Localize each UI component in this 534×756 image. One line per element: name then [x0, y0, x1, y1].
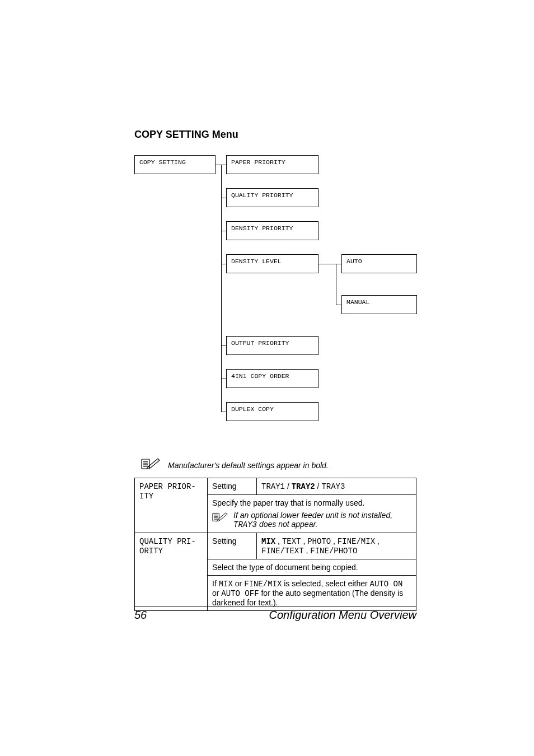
footer-title: Configuration Menu Overview — [269, 609, 416, 622]
tree-node: DENSITY PRIORITY — [226, 221, 318, 240]
setting-desc-cell: Specify the paper tray that is normally … — [208, 495, 416, 533]
default-note-text: Manufacturer's default settings appear i… — [168, 461, 329, 470]
connector — [216, 165, 221, 165]
setting-desc-cell: Select the type of document being copied… — [208, 559, 416, 576]
tree-node: QUALITY PRIORITY — [226, 188, 318, 207]
setting-label-cell: Setting — [208, 533, 257, 559]
setting-label-cell: Setting — [208, 478, 257, 495]
setting-name-cell: QUALITY PRI- ORITY — [135, 533, 208, 611]
tree-node: DUPLEX COPY — [226, 402, 318, 421]
setting-name-cell: PAPER PRIOR- ITY — [135, 478, 208, 533]
connector — [221, 165, 222, 412]
table-row: PAPER PRIOR- ITY Setting TRAY1 / TRAY2 /… — [135, 478, 416, 495]
svg-rect-6 — [213, 513, 219, 521]
connector — [336, 264, 341, 264]
tree-root: COPY SETTING — [134, 155, 216, 174]
connector — [221, 231, 226, 231]
default-note: Manufacturer's default settings appear i… — [141, 458, 416, 470]
tree-node: OUTPUT PRIORITY — [226, 336, 318, 355]
connector — [221, 264, 226, 264]
setting-value-cell: MIX , TEXT , PHOTO , FINE/MIX , FINE/TEX… — [257, 533, 416, 559]
svg-rect-0 — [142, 459, 149, 469]
tree-node: DENSITY LEVEL — [226, 254, 318, 273]
connector — [336, 264, 336, 305]
connector — [221, 346, 226, 346]
connector — [221, 198, 226, 198]
tree-node: MANUAL — [341, 295, 417, 314]
page-footer: 56 Configuration Menu Overview — [134, 606, 416, 622]
connector — [221, 412, 226, 412]
table-row: QUALITY PRI- ORITY Setting MIX , TEXT , … — [135, 533, 416, 559]
connector — [318, 264, 336, 264]
settings-table: PAPER PRIOR- ITY Setting TRAY1 / TRAY2 /… — [134, 478, 416, 611]
tree-node: AUTO — [341, 254, 417, 273]
tree-node: 4IN1 COPY ORDER — [226, 369, 318, 388]
note-icon — [141, 458, 160, 470]
menu-tree-diagram: COPY SETTING PAPER PRIORITY QUALITY PRIO… — [134, 155, 416, 452]
section-heading: COPY SETTING Menu — [134, 129, 416, 141]
connector — [336, 305, 341, 305]
connector — [221, 165, 226, 165]
tree-node: PAPER PRIORITY — [226, 155, 318, 174]
page-number: 56 — [134, 609, 147, 622]
note-icon — [212, 512, 228, 522]
connector — [221, 379, 226, 379]
setting-value-cell: TRAY1 / TRAY2 / TRAY3 — [257, 478, 416, 495]
